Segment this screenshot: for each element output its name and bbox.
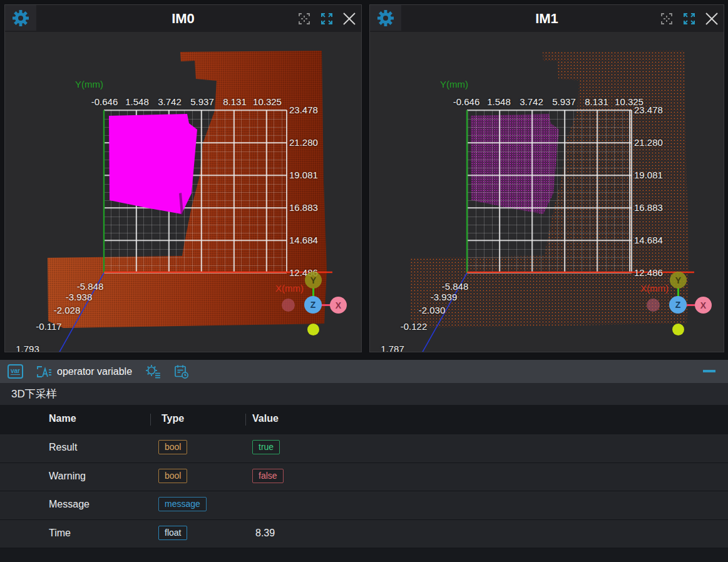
variable-icon-label: var (11, 368, 20, 375)
history-schedule-button[interactable] (173, 364, 190, 380)
y-tick: 12.486 (634, 267, 663, 278)
calendar-clock-icon (173, 364, 190, 380)
fit-view-button[interactable] (296, 11, 312, 27)
gizmo-ball-x-negative[interactable] (647, 299, 660, 312)
pointcloud-canvas-im1[interactable]: Y(mm) X(mm) -0.646 1.548 3.742 5.937 8.1… (370, 5, 724, 352)
x-tick: 3.742 (520, 96, 543, 107)
variable-table: Result bool true Warning bool false Mess… (0, 434, 728, 548)
table-header: Name Type Value (0, 405, 728, 434)
gizmo-ball-y-negative[interactable] (307, 324, 319, 335)
x-tick: 1.548 (487, 96, 511, 107)
close-button[interactable] (704, 11, 720, 27)
x-tick: 5.937 (552, 96, 576, 107)
table-row-time: Time float 8.39 (0, 520, 728, 549)
x-axis-title: X(mm) (640, 283, 669, 294)
y-tick: 21.280 (289, 137, 318, 148)
table-row-warning: Warning bool false (0, 463, 728, 492)
gear-icon (376, 9, 395, 28)
z-tick: -5.848 (442, 281, 469, 292)
z-tick: 1.787 (381, 344, 404, 353)
settings-button[interactable] (5, 5, 36, 31)
viewer-header-im0: IM0 (5, 5, 361, 32)
minimize-panel-button[interactable] (703, 370, 715, 372)
y-tick: 23.478 (289, 105, 318, 115)
gear-icon (11, 9, 30, 28)
table-row-result: Result bool true (0, 434, 728, 463)
y-tick: 23.478 (634, 105, 663, 115)
gizmo-ball-x[interactable]: X (330, 297, 347, 314)
z-tick: 1.793 (16, 344, 39, 353)
close-button[interactable] (341, 11, 357, 27)
type-badge: message (158, 497, 207, 511)
gizmo-ball-x[interactable]: X (695, 297, 712, 314)
column-divider (150, 414, 151, 426)
y-tick: 19.081 (634, 170, 663, 180)
gizmo-ball-x-negative[interactable] (282, 299, 295, 312)
type-badge: float (158, 526, 187, 540)
z-tick: -0.122 (401, 321, 428, 332)
gizmo-ball-z[interactable]: Z (304, 296, 322, 314)
column-header-name: Name (49, 413, 76, 424)
x-tick: -0.646 (91, 96, 118, 107)
y-tick: 21.280 (634, 137, 663, 148)
pointcloud-canvas-im0[interactable]: Y(mm) X(mm) -0.646 1.548 3.742 5.937 8.1… (5, 5, 361, 352)
x-tick: 8.131 (585, 96, 608, 107)
y-tick: 16.883 (289, 202, 318, 213)
z-tick: -2.028 (54, 305, 81, 315)
z-tick: -2.030 (419, 305, 446, 315)
settings-button[interactable] (370, 5, 401, 31)
value-badge: true (252, 440, 280, 454)
y-axis-title: Y(mm) (75, 79, 103, 89)
viewer-header-im1: IM1 (370, 5, 724, 32)
x-tick: 10.325 (253, 96, 282, 107)
value-badge: false (252, 469, 284, 483)
gizmo-ball-y[interactable]: Y (305, 272, 322, 289)
close-icon (704, 11, 720, 27)
close-icon (341, 11, 357, 27)
rename-variable-button[interactable] (36, 364, 52, 379)
variable-icon[interactable]: var (8, 364, 23, 379)
x-tick: 3.742 (158, 96, 182, 107)
variable-settings-button[interactable] (145, 364, 161, 380)
table-row-message: Message message (0, 491, 728, 520)
z-tick: -5.848 (77, 281, 104, 292)
type-badge: bool (158, 469, 187, 483)
gizmo-ball-y[interactable]: Y (670, 272, 687, 289)
z-tick: -3.939 (431, 292, 458, 302)
x-tick: 1.548 (125, 96, 149, 107)
column-header-value: Value (252, 413, 279, 424)
column-divider (245, 414, 246, 426)
gizmo-ball-y-negative[interactable] (672, 324, 684, 335)
type-badge: bool (158, 440, 187, 454)
fit-view-icon (659, 11, 674, 26)
expand-icon (319, 11, 334, 26)
panel-footer (0, 548, 728, 562)
maximize-button[interactable] (319, 11, 335, 27)
toolbar-title: operator variable (57, 366, 132, 377)
variable-name: Result (49, 442, 77, 453)
gear-list-icon (145, 364, 161, 380)
x-tick: 8.131 (223, 96, 247, 107)
fit-view-button[interactable] (659, 11, 675, 27)
maximize-button[interactable] (681, 11, 697, 27)
segment-magenta (109, 114, 197, 214)
operator-variable-toolbar: var operator variable (0, 360, 728, 383)
z-tick: -3.938 (66, 292, 93, 302)
viewer-panel-im1: Y(mm) X(mm) -0.646 1.548 3.742 5.937 8.1… (369, 4, 724, 352)
z-tick: -0.117 (36, 321, 61, 332)
variable-name: Warning (49, 471, 86, 482)
fit-view-icon (297, 11, 312, 26)
rename-icon (36, 364, 52, 379)
y-tick: 19.081 (289, 170, 318, 180)
x-tick: 5.937 (190, 96, 214, 107)
operator-name-title: 3D下采样 (0, 383, 728, 405)
variable-name: Message (49, 499, 90, 510)
expand-icon (682, 11, 697, 26)
y-tick: 14.684 (634, 235, 663, 245)
x-tick: -0.646 (453, 96, 480, 107)
column-header-type: Type (161, 413, 184, 424)
viewer-panel-im0: Y(mm) X(mm) -0.646 1.548 3.742 5.937 8.1… (4, 4, 362, 352)
value-text: 8.39 (255, 528, 275, 539)
application-window: Y(mm) X(mm) -0.646 1.548 3.742 5.937 8.1… (0, 0, 728, 562)
gizmo-ball-z[interactable]: Z (669, 296, 687, 314)
